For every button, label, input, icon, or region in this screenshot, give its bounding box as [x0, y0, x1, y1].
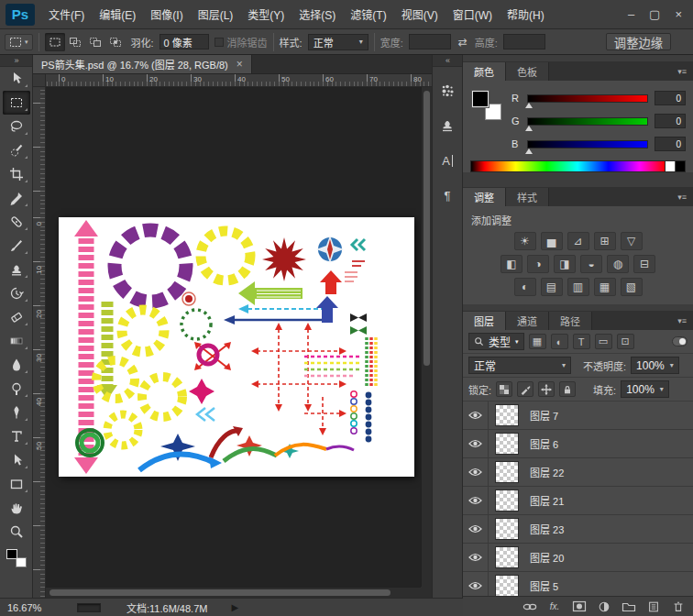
new-selection-button[interactable] [45, 33, 65, 51]
document-tab[interactable]: PS箭头集.psd @ 16.7% (图层 28, RGB/8) × [33, 55, 252, 73]
tab-adjustments[interactable]: 调整 [463, 188, 506, 206]
horizontal-scrollbar-thumb[interactable] [50, 589, 390, 596]
foreground-color-swatch[interactable] [472, 91, 489, 107]
layer-row[interactable]: 图层 22 [463, 458, 693, 487]
menu-filter[interactable]: 滤镜(T) [344, 2, 392, 27]
color-balance-icon[interactable]: ◑ [527, 255, 549, 273]
foreground-color-swatch[interactable] [6, 549, 17, 559]
dodge-tool[interactable] [3, 377, 30, 401]
horizontal-scrollbar[interactable] [46, 587, 421, 598]
brush-tool[interactable] [3, 234, 30, 258]
blue-slider[interactable] [527, 140, 648, 148]
layer-filter-toggle[interactable] [672, 336, 688, 346]
filter-adjustment-layers-icon[interactable]: ◐ [551, 334, 568, 349]
spectrum-white-swatch[interactable] [665, 161, 675, 171]
move-tool[interactable] [3, 67, 30, 91]
brightness-contrast-icon[interactable]: ☀ [514, 232, 536, 250]
green-value-field[interactable]: 0 [654, 114, 686, 128]
path-selection-tool[interactable] [3, 448, 30, 472]
document-page[interactable] [59, 217, 414, 477]
layer-thumbnail[interactable] [495, 546, 519, 568]
menu-help[interactable]: 帮助(H) [500, 2, 551, 27]
posterize-icon[interactable]: ▤ [541, 278, 563, 296]
canvas-viewport[interactable] [46, 87, 432, 598]
vibrance-icon[interactable]: ▽ [621, 232, 643, 250]
subtract-selection-button[interactable] [85, 33, 105, 51]
add-selection-button[interactable] [65, 33, 85, 51]
character-panel-button[interactable]: A [435, 149, 459, 171]
color-lookup-icon[interactable]: ⊟ [633, 255, 655, 273]
zoom-level-field[interactable]: 16.67% [7, 602, 48, 613]
red-value-field[interactable]: 0 [654, 91, 686, 105]
layer-visibility-toggle[interactable] [463, 515, 489, 543]
tools-collapse-button[interactable]: » [0, 55, 32, 67]
tool-preset-picker[interactable]: ▾ [5, 34, 33, 50]
vertical-scrollbar-thumb[interactable] [424, 91, 430, 366]
add-layer-mask-button[interactable] [571, 600, 588, 614]
selective-color-icon[interactable]: ▧ [621, 278, 643, 296]
red-slider[interactable] [527, 94, 648, 103]
layer-name[interactable]: 图层 23 [530, 522, 564, 536]
green-slider-thumb[interactable] [525, 126, 533, 131]
layer-name[interactable]: 图层 22 [530, 465, 564, 479]
dock-collapse-button[interactable]: « [433, 55, 462, 67]
crop-tool[interactable] [3, 162, 30, 186]
new-group-button[interactable] [621, 600, 637, 614]
layer-visibility-toggle[interactable] [463, 487, 489, 514]
layer-visibility-toggle[interactable] [463, 544, 489, 571]
panel-menu-icon[interactable]: ▾≡ [671, 187, 693, 206]
menu-image[interactable]: 图像(I) [144, 2, 189, 27]
layer-thumbnail[interactable] [495, 575, 519, 596]
type-tool[interactable] [3, 424, 30, 448]
filter-type-layers-icon[interactable]: T [573, 334, 590, 349]
status-menu-arrow-icon[interactable]: ▶ [231, 602, 238, 612]
layer-name[interactable]: 图层 6 [530, 436, 558, 451]
feather-input[interactable]: 0 像素 [160, 34, 209, 50]
layers-list[interactable]: 图层 7 图层 6 图层 22 [463, 402, 693, 596]
layer-row[interactable]: 图层 20 [463, 544, 693, 572]
panel-menu-icon[interactable]: ▾≡ [671, 61, 693, 81]
close-button[interactable]: × [675, 7, 682, 21]
blend-mode-combo[interactable]: 正常 ▾ [468, 357, 571, 374]
new-adjustment-layer-button[interactable] [596, 600, 612, 614]
photo-filter-icon[interactable]: ◒ [580, 255, 602, 273]
gradient-map-icon[interactable]: ▦ [594, 278, 616, 296]
lock-all-button[interactable] [559, 381, 576, 397]
tab-close-icon[interactable]: × [236, 58, 243, 71]
history-brush-tool[interactable] [3, 281, 30, 305]
vertical-scrollbar[interactable] [421, 87, 432, 587]
lock-position-button[interactable] [538, 381, 555, 397]
width-input[interactable] [409, 34, 451, 50]
filter-smart-object-icon[interactable]: ⊡ [617, 334, 634, 349]
tab-paths[interactable]: 路径 [549, 312, 592, 330]
maximize-button[interactable]: ▢ [649, 7, 660, 21]
quick-selection-tool[interactable] [3, 138, 30, 162]
filter-pixel-layers-icon[interactable]: ▦ [529, 334, 546, 349]
eyedropper-tool[interactable] [3, 186, 30, 210]
red-slider-thumb[interactable] [525, 103, 533, 108]
spot-healing-brush-tool[interactable] [3, 210, 30, 234]
panel-menu-icon[interactable]: ▾≡ [671, 311, 693, 330]
layer-name[interactable]: 图层 20 [530, 550, 564, 565]
rectangular-marquee-tool[interactable] [3, 91, 30, 115]
layer-style-button[interactable]: fx. [546, 600, 563, 614]
invert-icon[interactable]: ◐ [514, 278, 536, 296]
clone-stamp-tool[interactable] [3, 258, 30, 281]
tab-layers[interactable]: 图层 [463, 312, 506, 330]
hand-tool[interactable] [3, 496, 30, 520]
layer-visibility-toggle[interactable] [463, 402, 489, 429]
menu-layer[interactable]: 图层(L) [192, 2, 240, 27]
link-layers-button[interactable] [522, 600, 538, 614]
paragraph-panel-button[interactable]: ¶ [435, 184, 459, 206]
layer-thumbnail[interactable] [495, 461, 519, 483]
layer-row[interactable]: 图层 5 [463, 572, 693, 596]
green-slider[interactable] [527, 117, 648, 126]
blue-slider-thumb[interactable] [525, 148, 533, 154]
spectrum-gradient[interactable] [471, 161, 665, 171]
channel-mixer-icon[interactable]: ◍ [607, 255, 629, 273]
rectangle-tool[interactable] [3, 472, 30, 496]
filter-shape-layers-icon[interactable]: ▭ [595, 334, 612, 349]
spectrum-black-swatch[interactable] [675, 161, 685, 171]
layer-row[interactable]: 图层 7 [463, 402, 693, 430]
horizontal-ruler[interactable]: 0 10 20 30 40 50 60 70 80 [46, 74, 432, 86]
